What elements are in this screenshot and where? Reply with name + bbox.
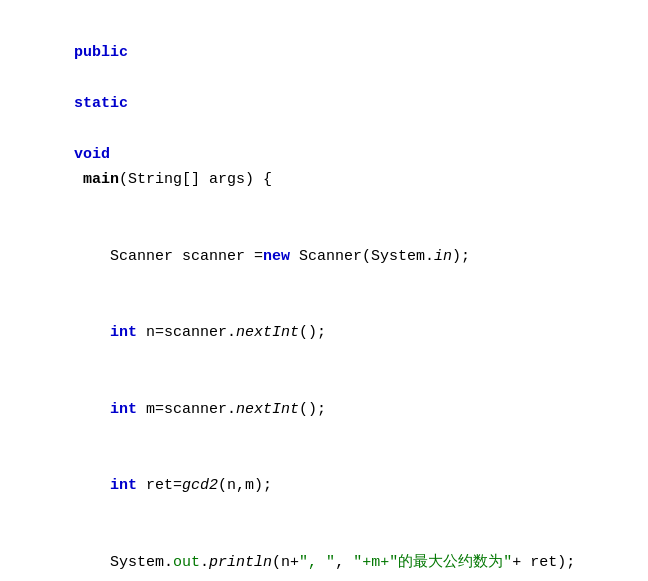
code-line: int m=scanner.nextInt();: [20, 371, 628, 448]
keyword-public: public: [74, 44, 128, 61]
section-top: public static void main(String[] args) {…: [0, 0, 648, 581]
code-line: public static void main(String[] args) {: [20, 14, 628, 218]
code-line: System.out.println(n+", ", "+m+"的最大公约数为"…: [20, 524, 628, 581]
code-line: int ret=gcd2(n,m);: [20, 448, 628, 525]
code-line: int n=scanner.nextInt();: [20, 295, 628, 372]
code-container: public static void main(String[] args) {…: [0, 0, 648, 581]
keyword-int: int: [110, 324, 137, 341]
code-line: Scanner scanner =new Scanner(System.in);: [20, 218, 628, 295]
keyword-static: static: [74, 95, 128, 112]
keyword-void: void: [74, 146, 110, 163]
